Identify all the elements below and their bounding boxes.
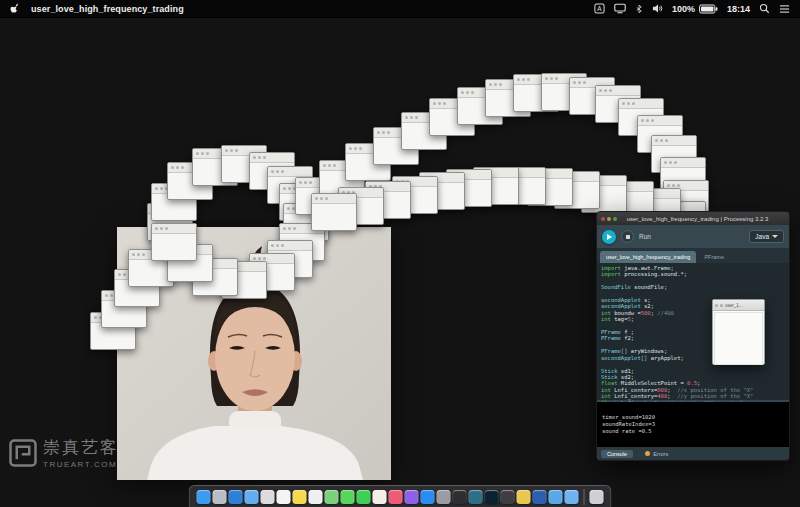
art-mini-window-titlebar [514, 75, 558, 85]
zoom-icon[interactable] [613, 217, 617, 221]
art-mini-window-titlebar [582, 176, 626, 186]
dock-icon-finder[interactable] [197, 490, 211, 504]
processing-title-bar[interactable]: user_love_high_frequency_trading | Proce… [597, 212, 789, 225]
sketch-tab-bar: user_love_high_frequency_trading PFrame [597, 248, 789, 263]
art-mini-window [457, 87, 503, 125]
art-mini-window [651, 135, 697, 173]
dock-icon-podcasts[interactable] [405, 490, 419, 504]
search-icon [759, 3, 770, 14]
art-mini-window-titlebar [420, 173, 464, 183]
dock-icon-notes[interactable] [293, 490, 307, 504]
watermark-en-text: TRUEART.COM [43, 460, 119, 469]
art-mini-window-titlebar [193, 149, 237, 159]
art-mini-window-titlebar [152, 184, 196, 194]
close-icon[interactable] [601, 217, 605, 221]
portrait-artwork [117, 227, 391, 480]
art-mini-window-titlebar [661, 158, 705, 168]
dock-icon-bridge[interactable] [501, 490, 515, 504]
dock-icon-folder[interactable] [549, 490, 563, 504]
dock-icon-facetime[interactable] [357, 490, 371, 504]
dock-icon-launchpad[interactable] [213, 490, 227, 504]
console-footer: Console Errors [597, 447, 789, 460]
stop-button[interactable] [621, 230, 634, 243]
dock-icon-maps[interactable] [325, 490, 339, 504]
trueart-logo [8, 438, 38, 468]
bluetooth-menu[interactable] [635, 3, 643, 15]
mode-label: Java [755, 233, 769, 240]
art-mini-window [637, 115, 683, 153]
console-tab[interactable]: Console [601, 450, 633, 458]
run-button[interactable] [602, 230, 616, 244]
art-mini-window-titlebar [570, 78, 614, 88]
art-mini-window-titlebar [609, 182, 653, 192]
errors-tab[interactable]: Errors [639, 450, 674, 458]
art-mini-window [595, 85, 641, 123]
apple-icon [10, 2, 21, 15]
art-mini-window-titlebar [542, 74, 586, 84]
dock-icon-processing[interactable] [469, 490, 483, 504]
dock-icon-photos[interactable] [373, 490, 387, 504]
dock-icon-safari[interactable] [229, 490, 243, 504]
art-mini-window [500, 167, 546, 205]
art-mini-window-titlebar [402, 113, 446, 123]
art-mini-window [618, 98, 664, 136]
tab-main-sketch[interactable]: user_love_high_frequency_trading [600, 251, 696, 263]
display-menu[interactable] [614, 3, 626, 14]
art-mini-window-titlebar [555, 172, 599, 182]
art-mini-window-titlebar [250, 153, 294, 163]
art-mini-window [527, 168, 573, 206]
art-mini-window-titlebar [619, 99, 663, 109]
minimize-icon[interactable] [720, 304, 723, 307]
spotlight-menu[interactable] [759, 3, 770, 14]
console-output[interactable]: timer_sound=1020soundRateIndex=3sound ra… [597, 402, 789, 447]
dock-icon-system-preferences[interactable] [437, 490, 451, 504]
play-icon [607, 234, 612, 240]
art-mini-window-titlebar [296, 178, 340, 188]
pframe-canvas[interactable] [714, 312, 763, 365]
art-mini-window-titlebar [652, 136, 696, 146]
close-icon[interactable] [715, 304, 718, 307]
dock-icon-trash[interactable] [590, 490, 604, 504]
art-mini-window [392, 176, 438, 214]
input-source-menu[interactable]: A [594, 3, 605, 14]
minimize-icon[interactable] [607, 217, 611, 221]
notification-center-menu[interactable] [779, 4, 790, 14]
battery-menu[interactable]: 100% [672, 4, 718, 14]
dock-icon-terminal[interactable] [453, 490, 467, 504]
art-mini-window-titlebar [284, 204, 328, 214]
dock-icon-photoshop[interactable] [485, 490, 499, 504]
art-mini-window [401, 112, 447, 150]
console-line: sound rate =0.5 [602, 428, 789, 435]
art-mini-window-titlebar [366, 182, 410, 192]
active-app-name[interactable]: user_love_high_frequency_trading [31, 4, 184, 14]
dock-icon-chrome[interactable] [517, 490, 531, 504]
volume-menu[interactable] [652, 3, 663, 14]
mode-selector[interactable]: Java [749, 230, 784, 243]
pframe-sketch-window[interactable]: user_1... [712, 299, 765, 365]
apple-menu[interactable] [10, 2, 21, 15]
volume-icon [652, 3, 663, 14]
art-mini-window-titlebar [638, 116, 682, 126]
dock-icon-word[interactable] [533, 490, 547, 504]
art-mini-window [345, 143, 391, 181]
dock-icon-messages[interactable] [341, 490, 355, 504]
dock-icon-app-store[interactable] [421, 490, 435, 504]
art-mini-window-titlebar [168, 163, 212, 173]
art-mini-window [167, 162, 213, 200]
art-mini-window-titlebar [346, 144, 390, 154]
dock-icon-reminders[interactable] [309, 490, 323, 504]
window-controls[interactable] [601, 217, 617, 221]
dock-icon-contacts[interactable] [261, 490, 275, 504]
window-title: user_love_high_frequency_trading | Proce… [620, 216, 785, 222]
clock[interactable]: 18:14 [727, 4, 750, 14]
dock-icon-calendar[interactable] [277, 490, 291, 504]
dock-icon-mail[interactable] [245, 490, 259, 504]
pframe-title-bar[interactable]: user_1... [713, 300, 764, 311]
art-mini-window [419, 172, 465, 210]
tab-pframe[interactable]: PFrame [698, 251, 730, 263]
art-mini-window [319, 160, 365, 198]
dock-icon-downloads[interactable] [565, 490, 579, 504]
art-mini-window-titlebar [320, 161, 364, 171]
dock-icon-itunes[interactable] [389, 490, 403, 504]
art-mini-window [267, 166, 313, 204]
